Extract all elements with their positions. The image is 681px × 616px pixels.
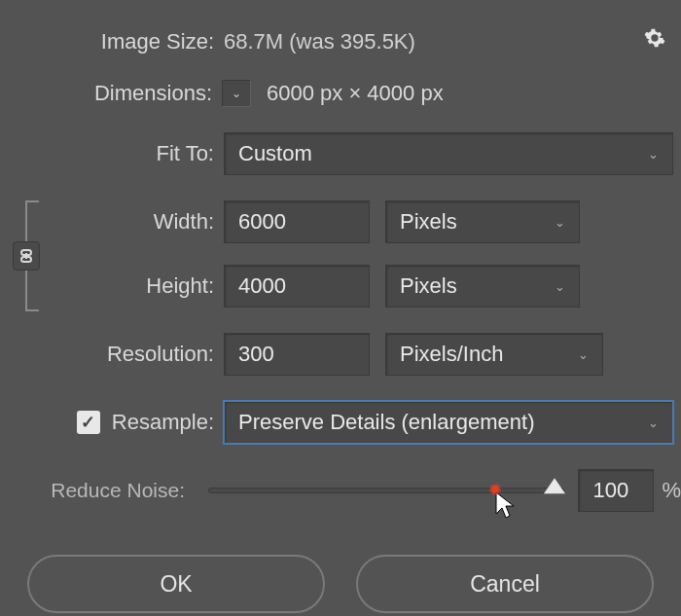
height-unit-value: Pixels: [400, 273, 457, 299]
dimensions-label: Dimensions:: [0, 81, 222, 106]
width-unit-value: Pixels: [400, 209, 457, 235]
reduce-noise-value: 100: [592, 478, 628, 503]
chevron-down-icon: ⌄: [555, 279, 565, 294]
cancel-label: Cancel: [470, 571, 540, 598]
width-label: Width:: [63, 209, 224, 235]
resample-label: Resample:: [112, 410, 214, 435]
resolution-unit-value: Pixels/Inch: [400, 342, 503, 367]
fit-to-value: Custom: [238, 141, 312, 166]
reduce-noise-field[interactable]: 100: [578, 469, 654, 512]
percent-sign: %: [662, 478, 681, 503]
height-value: 4000: [238, 273, 286, 299]
resolution-value: 300: [238, 342, 274, 367]
chevron-down-icon: ⌄: [648, 147, 659, 162]
dimensions-unit-dropdown[interactable]: ⌄: [222, 80, 251, 107]
chevron-down-icon: ⌄: [555, 215, 565, 230]
triangle-thumb-icon[interactable]: [544, 478, 565, 493]
fit-to-label: Fit To:: [0, 141, 224, 166]
dimensions-value: 6000 px × 4000 px: [267, 81, 444, 106]
reduce-noise-label: Reduce Noise:: [0, 479, 195, 502]
constrain-proportions-icon[interactable]: [13, 241, 40, 271]
resample-checkbox[interactable]: ✓: [77, 411, 100, 434]
resample-method-dropdown[interactable]: Preserve Details (enlargement) ⌄: [224, 401, 673, 444]
reduce-noise-slider[interactable]: [208, 488, 564, 493]
chevron-down-icon: ⌄: [648, 416, 659, 430]
image-size-label: Image Size:: [0, 29, 224, 54]
height-field[interactable]: 4000: [224, 265, 370, 308]
cancel-button[interactable]: Cancel: [356, 555, 654, 613]
ok-label: OK: [160, 571, 192, 598]
resolution-field[interactable]: 300: [224, 333, 370, 376]
chevron-down-icon: ⌄: [578, 347, 589, 362]
constrain-bracket: [25, 200, 39, 311]
resolution-label: Resolution:: [0, 342, 224, 367]
fit-to-dropdown[interactable]: Custom ⌄: [224, 132, 673, 175]
settings-gear-icon[interactable]: [644, 27, 665, 54]
image-size-value: 68.7M (was 395.5K): [224, 29, 415, 54]
ok-button[interactable]: OK: [27, 555, 325, 613]
resample-method-value: Preserve Details (enlargement): [238, 410, 534, 435]
checkmark-icon: ✓: [81, 412, 95, 433]
resolution-unit-dropdown[interactable]: Pixels/Inch ⌄: [385, 333, 603, 376]
chevron-down-icon: ⌄: [232, 87, 241, 100]
height-label: Height:: [63, 273, 224, 299]
width-unit-dropdown[interactable]: Pixels ⌄: [385, 200, 580, 243]
height-unit-dropdown[interactable]: Pixels ⌄: [385, 265, 580, 308]
width-value: 6000: [238, 209, 286, 235]
width-field[interactable]: 6000: [224, 200, 370, 243]
